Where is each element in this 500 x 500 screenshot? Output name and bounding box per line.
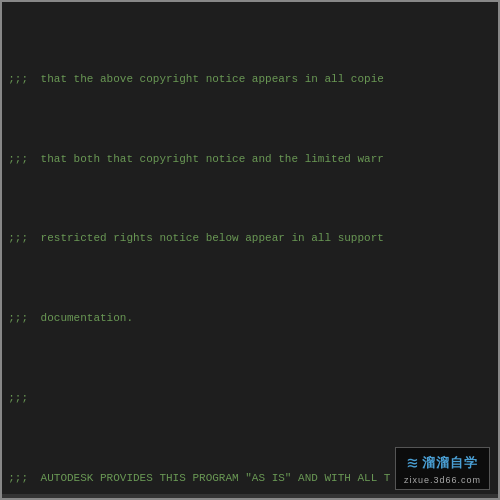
- gutter-2: ;;;: [6, 152, 34, 168]
- watermark-url: zixue.3d66.com: [404, 475, 481, 485]
- line-5: ;;;: [6, 391, 494, 407]
- text-2: that both that copyright notice and the …: [34, 152, 494, 168]
- editor-window: ;;; that the above copyright notice appe…: [0, 0, 500, 500]
- watermark-wave-icon: ≋: [407, 452, 418, 474]
- gutter-4: ;;;: [6, 311, 34, 327]
- line-4: ;;; documentation.: [6, 311, 494, 327]
- gutter-1: ;;;: [6, 72, 34, 88]
- text-4: documentation.: [34, 311, 494, 327]
- gutter-5: ;;;: [6, 391, 34, 407]
- watermark-logo: 溜溜自学: [422, 454, 478, 472]
- gutter-3: ;;;: [6, 231, 34, 247]
- watermark: ≋ 溜溜自学 zixue.3d66.com: [395, 447, 490, 490]
- line-1: ;;; that the above copyright notice appe…: [6, 72, 494, 88]
- text-3: restricted rights notice below appear in…: [34, 231, 494, 247]
- gutter-6: ;;;: [6, 471, 34, 487]
- text-1: that the above copyright notice appears …: [34, 72, 494, 88]
- code-editor[interactable]: ;;; that the above copyright notice appe…: [2, 2, 498, 494]
- status-bar: [2, 494, 498, 498]
- code-lines: ;;; that the above copyright notice appe…: [2, 6, 498, 494]
- line-3: ;;; restricted rights notice below appea…: [6, 231, 494, 247]
- line-2: ;;; that both that copyright notice and …: [6, 152, 494, 168]
